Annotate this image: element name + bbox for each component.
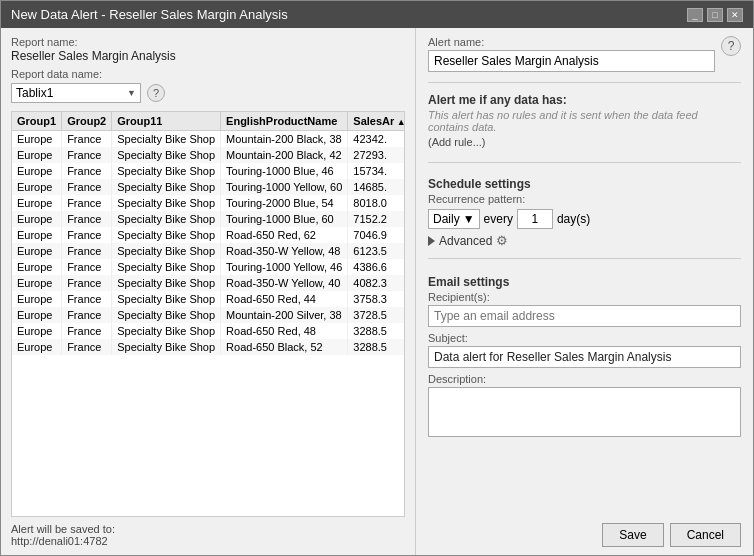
table-cell: Specialty Bike Shop bbox=[112, 147, 221, 163]
table-cell: Mountain-200 Black, 42 bbox=[221, 147, 348, 163]
recipient-input[interactable] bbox=[428, 305, 741, 327]
table-cell: 4386.6 bbox=[348, 259, 405, 275]
dropdown-arrow-icon: ▼ bbox=[127, 88, 136, 98]
main-window: New Data Alert - Reseller Sales Margin A… bbox=[0, 0, 754, 556]
recurrence-unit-label: day(s) bbox=[557, 212, 590, 226]
dropdown-help-icon[interactable]: ? bbox=[147, 84, 165, 102]
table-cell: Road-350-W Yellow, 48 bbox=[221, 243, 348, 259]
table-cell: Europe bbox=[12, 307, 62, 323]
table-cell: Europe bbox=[12, 163, 62, 179]
add-rule-link[interactable]: (Add rule...) bbox=[428, 136, 741, 148]
table-body: EuropeFranceSpecialty Bike ShopMountain-… bbox=[12, 131, 405, 356]
table-cell: Specialty Bike Shop bbox=[112, 227, 221, 243]
table-cell: France bbox=[62, 307, 112, 323]
advanced-row: Advanced ⚙ bbox=[428, 233, 741, 248]
window-title: New Data Alert - Reseller Sales Margin A… bbox=[11, 7, 288, 22]
alert-name-input[interactable] bbox=[428, 50, 715, 72]
table-cell: Touring-1000 Blue, 60 bbox=[221, 211, 348, 227]
table-row: EuropeFranceSpecialty Bike ShopMountain-… bbox=[12, 307, 405, 323]
recipient-label: Recipient(s): bbox=[428, 291, 741, 303]
table-cell: 42342. bbox=[348, 131, 405, 148]
subject-input[interactable] bbox=[428, 346, 741, 368]
subject-label: Subject: bbox=[428, 332, 741, 344]
table-cell: France bbox=[62, 259, 112, 275]
table-cell: Road-650 Red, 48 bbox=[221, 323, 348, 339]
table-cell: Specialty Bike Shop bbox=[112, 163, 221, 179]
col-group1: Group1 bbox=[12, 112, 62, 131]
cancel-button[interactable]: Cancel bbox=[670, 523, 741, 547]
table-cell: 7046.9 bbox=[348, 227, 405, 243]
tablix-dropdown[interactable]: Tablix1 ▼ bbox=[11, 83, 141, 103]
table-cell: 15734. bbox=[348, 163, 405, 179]
table-row: EuropeFranceSpecialty Bike ShopRoad-650 … bbox=[12, 227, 405, 243]
table-cell: Europe bbox=[12, 195, 62, 211]
report-data-name-label: Report data name: bbox=[11, 68, 405, 80]
table-cell: 4082.3 bbox=[348, 275, 405, 291]
table-cell: Europe bbox=[12, 339, 62, 355]
table-cell: France bbox=[62, 211, 112, 227]
table-cell: 8018.0 bbox=[348, 195, 405, 211]
save-location-line1: Alert will be saved to: bbox=[11, 523, 405, 535]
table-cell: 3288.5 bbox=[348, 339, 405, 355]
table-cell: France bbox=[62, 163, 112, 179]
table-row: EuropeFranceSpecialty Bike ShopRoad-650 … bbox=[12, 323, 405, 339]
save-button[interactable]: Save bbox=[602, 523, 663, 547]
table-cell: 3288.5 bbox=[348, 323, 405, 339]
table-cell: France bbox=[62, 131, 112, 148]
alert-name-label: Alert name: bbox=[428, 36, 715, 48]
table-cell: Europe bbox=[12, 291, 62, 307]
table-cell: Road-650 Red, 62 bbox=[221, 227, 348, 243]
title-bar-buttons: _ □ ✕ bbox=[687, 8, 743, 22]
col-group2: Group2 bbox=[62, 112, 112, 131]
table-cell: 7152.2 bbox=[348, 211, 405, 227]
recurrence-type-dropdown[interactable]: Daily ▼ bbox=[428, 209, 480, 229]
table-cell: France bbox=[62, 323, 112, 339]
recurrence-every-label: every bbox=[484, 212, 513, 226]
data-table: Group1 Group2 Group11 EnglishProductName… bbox=[12, 112, 405, 355]
table-cell: 3758.3 bbox=[348, 291, 405, 307]
table-cell: Specialty Bike Shop bbox=[112, 275, 221, 291]
description-label: Description: bbox=[428, 373, 741, 385]
advanced-label: Advanced bbox=[439, 234, 492, 248]
recurrence-label: Recurrence pattern: bbox=[428, 193, 741, 205]
advanced-expand-icon[interactable] bbox=[428, 236, 435, 246]
table-cell: Europe bbox=[12, 259, 62, 275]
email-section: Email settings Recipient(s): Subject: De… bbox=[428, 275, 741, 440]
close-button[interactable]: ✕ bbox=[727, 8, 743, 22]
bottom-buttons: Save Cancel bbox=[428, 515, 741, 547]
table-cell: 14685. bbox=[348, 179, 405, 195]
data-table-container[interactable]: Group1 Group2 Group11 EnglishProductName… bbox=[11, 111, 405, 517]
footer-info: Alert will be saved to: http://denali01:… bbox=[11, 523, 405, 547]
save-location-url: http://denali01:4782 bbox=[11, 535, 405, 547]
alert-name-section: Alert name: bbox=[428, 36, 715, 72]
recurrence-row: Daily ▼ every day(s) bbox=[428, 209, 741, 229]
table-row: EuropeFranceSpecialty Bike ShopRoad-350-… bbox=[12, 243, 405, 259]
recurrence-dropdown-arrow-icon: ▼ bbox=[463, 212, 475, 226]
table-cell: Europe bbox=[12, 147, 62, 163]
alert-if-title: Alert me if any data has: bbox=[428, 93, 741, 107]
table-cell: Specialty Bike Shop bbox=[112, 339, 221, 355]
col-sales-amount: SalesAr bbox=[348, 112, 405, 131]
minimize-button[interactable]: _ bbox=[687, 8, 703, 22]
table-cell: Specialty Bike Shop bbox=[112, 323, 221, 339]
table-cell: Europe bbox=[12, 227, 62, 243]
title-bar: New Data Alert - Reseller Sales Margin A… bbox=[1, 1, 753, 28]
table-cell: 6123.5 bbox=[348, 243, 405, 259]
table-cell: Touring-2000 Blue, 54 bbox=[221, 195, 348, 211]
table-cell: Specialty Bike Shop bbox=[112, 243, 221, 259]
alert-help-icon[interactable]: ? bbox=[721, 36, 741, 56]
table-row: EuropeFranceSpecialty Bike ShopRoad-650 … bbox=[12, 291, 405, 307]
table-cell: Touring-1000 Blue, 46 bbox=[221, 163, 348, 179]
table-cell: Specialty Bike Shop bbox=[112, 179, 221, 195]
recurrence-type-value: Daily bbox=[433, 212, 460, 226]
recurrence-value-input[interactable] bbox=[517, 209, 553, 229]
table-row: EuropeFranceSpecialty Bike ShopTouring-1… bbox=[12, 259, 405, 275]
description-textarea[interactable] bbox=[428, 387, 741, 437]
maximize-button[interactable]: □ bbox=[707, 8, 723, 22]
table-row: EuropeFranceSpecialty Bike ShopRoad-350-… bbox=[12, 275, 405, 291]
dropdown-row: Tablix1 ▼ ? bbox=[11, 83, 405, 103]
table-cell: France bbox=[62, 179, 112, 195]
divider-3 bbox=[428, 258, 741, 259]
table-row: EuropeFranceSpecialty Bike ShopTouring-1… bbox=[12, 179, 405, 195]
table-cell: France bbox=[62, 227, 112, 243]
